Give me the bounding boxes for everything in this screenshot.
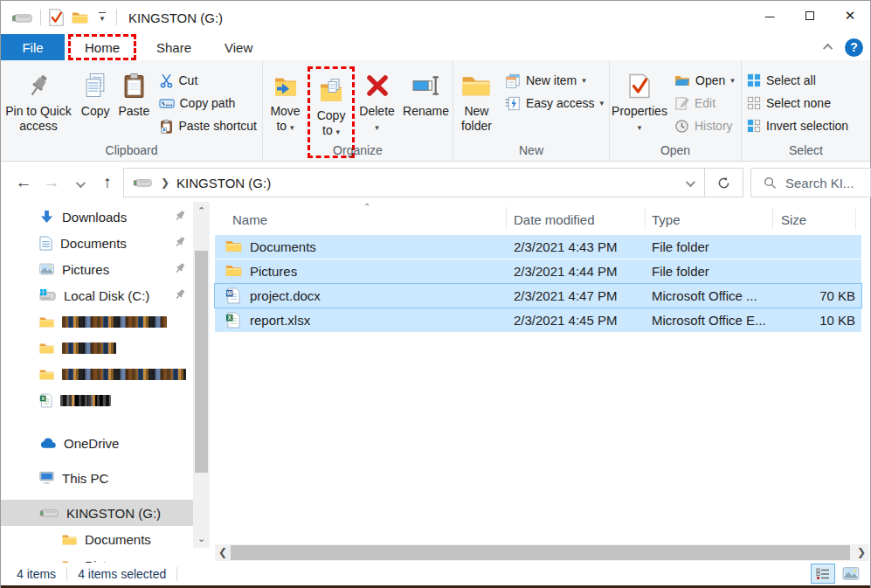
recent-locations-dropdown[interactable] [66,173,93,192]
sidebar-item-kingston-documents[interactable]: Documents [1,526,193,552]
file-row-documents[interactable]: Documents 2/3/2021 4:43 PM File folder [215,235,861,259]
column-divider[interactable] [855,207,856,230]
delete-button[interactable]: Delete ▾ [355,65,399,134]
column-header-size[interactable]: Size [781,212,806,227]
group-select: Select all Select none Invert selection … [742,60,870,161]
tab-share[interactable]: Share [140,34,208,60]
address-bar[interactable]: ❯ KINGSTON (G:) [123,168,705,197]
redacted-label [60,395,111,406]
column-divider[interactable] [645,207,646,230]
sidebar-item-redacted-folder[interactable] [1,308,193,335]
scroll-left-icon[interactable]: ❮ [218,546,227,558]
sidebar-item-kingston-pictures[interactable]: Pictures [1,552,193,563]
paste-shortcut-button[interactable]: Paste shortcut [154,114,263,137]
new-folder-qat-icon[interactable] [72,10,88,24]
refresh-icon [717,176,730,190]
folder-icon [225,263,242,278]
history-button[interactable]: History [669,114,740,137]
clipboard-group-label: Clipboard [1,143,262,157]
minimize-button[interactable]: ─ [750,1,790,31]
properties-button[interactable]: Properties ▾ [610,65,669,134]
cut-button[interactable]: Cut [154,69,263,92]
new-folder-button[interactable]: New folder [453,65,500,134]
customize-qat-dropdown[interactable]: ▼ [96,12,108,23]
column-header-name[interactable]: Name [232,212,267,227]
address-dropdown[interactable] [674,175,704,190]
sidebar-item-this-pc[interactable]: This PC [1,465,193,491]
paste-shortcut-icon [159,119,174,134]
refresh-button[interactable] [705,168,743,197]
tab-home[interactable]: Home [85,40,120,55]
help-button[interactable]: ? [845,38,863,57]
usb-drive-icon [133,177,152,188]
pictures-icon [39,263,54,275]
folder-icon [62,533,77,546]
select-none-button[interactable]: Select none [742,92,854,114]
open-button[interactable]: Open▾ [669,69,740,92]
file-row-pictures[interactable]: Pictures 2/3/2021 4:44 PM File folder [215,259,861,283]
tab-file[interactable]: File [1,34,65,60]
select-none-icon [747,96,761,110]
sidebar-item-redacted-folder[interactable] [1,361,193,387]
scroll-down-icon[interactable]: ⌄ [193,533,210,544]
file-row-report-xlsx[interactable]: report.xlsx 2/3/2021 4:45 PM Microsoft O… [215,308,861,332]
column-header-type[interactable]: Type [652,212,681,227]
sidebar-item-documents[interactable]: Documents [1,230,193,256]
column-divider[interactable] [506,207,507,230]
sidebar-item-downloads[interactable]: Downloads [1,204,193,230]
history-icon [674,119,689,134]
copy-path-icon [159,97,175,110]
sidebar-item-kingston[interactable]: KINGSTON (G:) [1,500,193,526]
sidebar-item-pictures[interactable]: Pictures [1,256,193,282]
select-all-button[interactable]: Select all [742,69,854,92]
forward-button[interactable]: → [38,173,66,192]
local-disk-icon [39,289,56,302]
move-to-button[interactable]: Move to ▾ [263,65,308,134]
properties-qat-icon[interactable] [49,9,64,26]
horizontal-scrollbar[interactable]: ❮ ❯ [215,544,869,561]
copy-to-button[interactable]: Copy to ▾ [311,69,351,138]
maximize-button[interactable] [790,1,830,31]
scrollbar-thumb[interactable] [231,545,850,560]
column-divider[interactable] [772,207,773,230]
pin-to-quick-access-button[interactable]: Pin to Quick access [1,65,76,134]
easy-access-button[interactable]: Easy access▾ [500,92,609,114]
folder-icon [225,239,242,253]
pushpin-icon [27,73,50,99]
search-box[interactable]: Search KI... [750,168,871,197]
new-item-button[interactable]: New item▾ [500,69,609,92]
tab-view[interactable]: View [208,34,269,60]
scroll-right-icon[interactable]: ❯ [857,546,866,558]
edit-button[interactable]: Edit [669,92,740,114]
scrollbar-thumb[interactable] [195,251,208,473]
paste-button[interactable]: Paste [114,65,153,119]
copy-button[interactable]: Copy [76,65,114,119]
up-button[interactable]: ↑ [93,173,121,192]
quick-access-toolbar: ▼ KINGSTON (G:) [1,9,223,26]
breadcrumb-location[interactable]: KINGSTON (G:) [176,176,271,190]
invert-selection-button[interactable]: Invert selection [742,114,854,137]
rename-button[interactable]: Rename [399,65,453,119]
redacted-label [62,316,167,328]
details-view-button[interactable] [811,564,835,584]
back-button[interactable]: ← [10,173,38,192]
sidebar-item-local-disk[interactable]: Local Disk (C:) [1,282,193,308]
sidebar-item-redacted-file[interactable] [1,387,193,413]
column-header-date[interactable]: Date modified [514,212,595,227]
home-tab-highlight[interactable]: Home [68,34,136,60]
file-row-project-docx[interactable]: project.docx 2/3/2021 4:47 PM Microsoft … [215,284,861,308]
sidebar-item-redacted-folder[interactable] [1,335,193,361]
copy-path-button[interactable]: Copy path [154,92,263,114]
pin-icon [174,262,186,274]
scroll-up-icon[interactable]: ⌃ [193,205,210,217]
close-button[interactable]: ✕ [830,1,870,31]
group-organize: Move to ▾ Copy to ▾ Delete ▾ Rename Orga… [263,60,453,161]
file-explorer-window: ▼ KINGSTON (G:) ─ ✕ File Home Share View… [0,0,871,588]
thumbnail-view-button[interactable] [839,564,863,584]
collapse-ribbon-icon[interactable] [823,44,833,53]
onedrive-icon [39,438,56,449]
open-folder-icon [674,74,690,87]
sidebar-scrollbar[interactable]: ⌃ ⌄ [193,202,210,548]
column-headers: ⌃ Name Date modified Type Size [215,202,870,235]
sidebar-item-onedrive[interactable]: OneDrive [1,430,193,456]
